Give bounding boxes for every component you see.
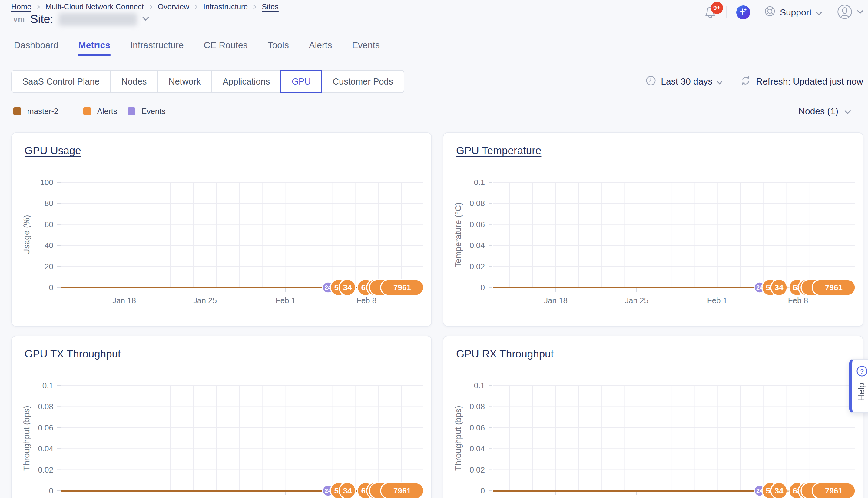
chevron-right-icon — [194, 5, 198, 9]
y-tick-label: 0.04 — [469, 241, 485, 250]
tab-alerts[interactable]: Alerts — [309, 40, 332, 56]
filter-saas-control-plane[interactable]: SaaS Control Plane — [11, 70, 111, 93]
clock-icon — [645, 75, 656, 88]
x-tick-label: Feb 1 — [707, 296, 727, 305]
x-tick-label: Feb 8 — [788, 296, 808, 305]
y-tick-label: 0.08 — [38, 402, 53, 411]
chart-legend: master-2 Alerts Events — [13, 105, 176, 117]
breadcrumb-sites[interactable]: Sites — [262, 2, 279, 11]
chevron-down-icon — [844, 106, 851, 116]
y-axis-label: Usage (%) — [22, 215, 31, 255]
chart-canvas: 020406080100Jan 18Jan 25Feb 1Feb 8Usage … — [12, 133, 432, 327]
svg-text:34: 34 — [343, 486, 352, 495]
y-tick-label: 0 — [481, 486, 485, 495]
nodes-selector[interactable]: Nodes (1) — [798, 106, 851, 116]
chart-title-link[interactable]: GPU TX Throughput — [25, 348, 121, 360]
ai-assistant-button[interactable] — [736, 5, 750, 19]
legend-swatch — [13, 107, 21, 115]
svg-text:34: 34 — [775, 486, 784, 495]
site-name-redacted — [59, 13, 137, 26]
tab-events[interactable]: Events — [352, 40, 380, 56]
y-tick-label: 40 — [44, 241, 53, 250]
svg-text:7961: 7961 — [393, 486, 411, 495]
tab-tools[interactable]: Tools — [268, 40, 289, 56]
y-tick-label: 0.02 — [469, 465, 485, 474]
time-range-label: Last 30 days — [661, 76, 712, 87]
alerts-badge[interactable]: 34 — [771, 279, 787, 296]
chart-area: 00.020.040.060.080.1Jan 18Jan 25Feb 1Feb… — [443, 133, 863, 326]
y-tick-label: 100 — [40, 178, 53, 187]
y-tick-label: 0.06 — [38, 423, 53, 432]
svg-text:?: ? — [860, 368, 864, 375]
y-tick-label: 0.1 — [474, 178, 485, 187]
charts-grid: GPU Usage 020406080100Jan 18Jan 25Feb 1F… — [11, 132, 864, 498]
alerts-badge[interactable]: 34 — [339, 483, 356, 498]
time-range-selector[interactable]: Last 30 days — [645, 75, 722, 88]
legend-label: master-2 — [27, 107, 58, 116]
breadcrumb: Home Multi-Cloud Network Connect Overvie… — [11, 2, 279, 11]
y-tick-label: 0.08 — [469, 402, 485, 411]
notifications-button[interactable]: 9+ — [704, 5, 717, 20]
metric-category-filter: SaaS Control Plane Nodes Network Applica… — [11, 70, 404, 93]
tab-dashboard[interactable]: Dashboard — [14, 40, 58, 56]
svg-text:34: 34 — [775, 283, 784, 292]
chart-card-gpu-temperature: GPU Temperature 00.020.040.060.080.1Jan … — [443, 132, 864, 327]
legend-swatch — [128, 107, 135, 115]
tab-metrics[interactable]: Metrics — [78, 40, 110, 56]
chevron-right-icon — [36, 5, 41, 9]
breadcrumb-infrastructure[interactable]: Infrastructure — [203, 2, 248, 11]
tab-ce-routes[interactable]: CE Routes — [204, 40, 248, 56]
legend-label: Alerts — [97, 107, 117, 116]
chart-title-link[interactable]: GPU Temperature — [456, 144, 541, 157]
breadcrumb-home[interactable]: Home — [11, 2, 31, 11]
refresh-button[interactable]: Refresh: Updated just now — [740, 75, 863, 89]
svg-text:7961: 7961 — [825, 283, 843, 292]
x-tick-label: Jan 25 — [193, 296, 217, 305]
y-tick-label: 0 — [481, 283, 485, 292]
filter-customer-pods[interactable]: Customer Pods — [321, 70, 404, 93]
support-menu[interactable]: Support — [764, 5, 822, 19]
alerts-badge[interactable]: 7961 — [381, 279, 424, 296]
chart-canvas: 00.020.040.060.080.1Jan 18Jan 25Feb 1Feb… — [443, 133, 864, 327]
legend-item-alerts[interactable]: Alerts — [83, 107, 117, 116]
chevron-down-icon — [717, 76, 722, 87]
y-tick-label: 0 — [49, 486, 53, 495]
breadcrumb-mcn-connect[interactable]: Multi-Cloud Network Connect — [45, 2, 144, 11]
alerts-badge[interactable]: 7961 — [812, 279, 855, 296]
x-tick-label: Feb 8 — [357, 296, 377, 305]
alerts-badge[interactable]: 7961 — [812, 483, 855, 498]
filter-gpu[interactable]: GPU — [280, 70, 322, 93]
time-controls: Last 30 days Refresh: Updated just now — [645, 70, 863, 93]
chart-area: 020406080100Jan 18Jan 25Feb 1Feb 8Usage … — [12, 133, 431, 326]
svg-text:7961: 7961 — [825, 486, 843, 495]
chart-canvas: 00.020.040.060.080.1Jan 18Jan 25Feb 1Feb… — [12, 336, 432, 498]
legend-item-events[interactable]: Events — [128, 107, 166, 116]
refresh-icon — [740, 75, 751, 89]
filter-network[interactable]: Network — [158, 70, 212, 93]
y-tick-label: 0.08 — [469, 199, 485, 208]
breadcrumb-overview[interactable]: Overview — [158, 2, 189, 11]
y-tick-label: 20 — [44, 262, 53, 271]
legend-item-master-2[interactable]: master-2 — [13, 107, 58, 116]
sparkle-icon — [739, 7, 748, 17]
chevron-right-icon — [149, 5, 153, 9]
x-tick-label: Jan 18 — [112, 296, 136, 305]
y-tick-label: 0.1 — [474, 381, 485, 390]
alerts-badge[interactable]: 7961 — [381, 483, 424, 498]
filter-applications[interactable]: Applications — [211, 70, 281, 93]
tab-infrastructure[interactable]: Infrastructure — [130, 40, 184, 56]
chart-title-link[interactable]: GPU RX Throughput — [456, 348, 553, 360]
chevron-down-icon[interactable] — [142, 17, 149, 22]
page-tabs: Dashboard Metrics Infrastructure CE Rout… — [14, 40, 380, 56]
alerts-badge[interactable]: 34 — [339, 279, 356, 296]
filter-nodes[interactable]: Nodes — [110, 70, 158, 93]
chart-canvas: 00.020.040.060.080.1Jan 18Jan 25Feb 1Feb… — [443, 336, 864, 498]
chart-title-link[interactable]: GPU Usage — [25, 144, 81, 157]
chart-card-gpu-usage: GPU Usage 020406080100Jan 18Jan 25Feb 1F… — [11, 132, 432, 327]
y-tick-label: 0.02 — [469, 262, 485, 271]
alerts-badge[interactable]: 34 — [771, 483, 787, 498]
help-widget[interactable]: ? Help — [849, 359, 868, 413]
user-account-menu[interactable] — [837, 4, 863, 20]
notification-count-badge: 9+ — [711, 2, 723, 14]
y-tick-label: 0.06 — [469, 220, 485, 229]
